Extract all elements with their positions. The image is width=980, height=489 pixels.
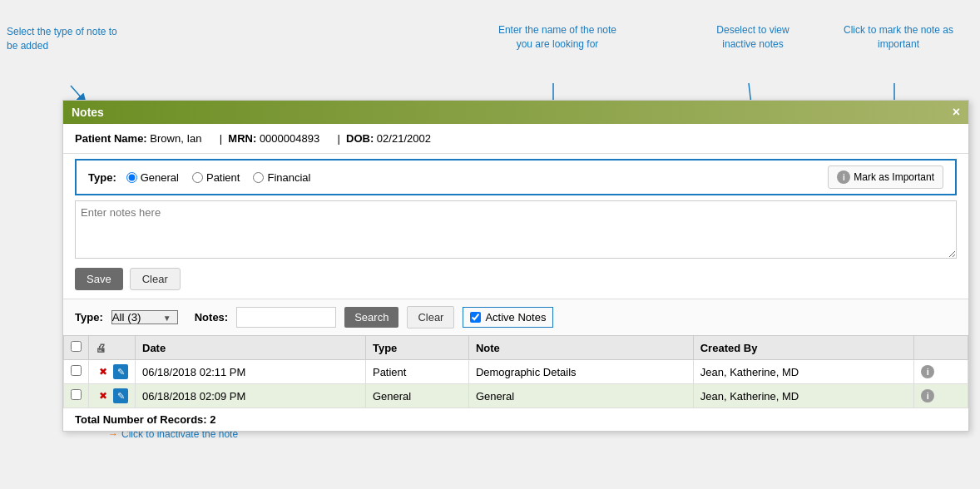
type-radio-group: General Patient Financial xyxy=(126,171,829,184)
row1-created-by: Jean, Katherine, MD xyxy=(693,360,914,384)
dialog-header: Notes × xyxy=(63,101,968,124)
row1-note: Demographic Details xyxy=(468,360,693,384)
mrn-label: MRN: xyxy=(228,132,256,145)
print-icon: 🖨 xyxy=(96,342,106,354)
notes-table-wrap: 🖨 Date Type Note Created By xyxy=(63,335,968,431)
row2-actions-cell: ✖ ✎ xyxy=(89,384,136,408)
row2-action-icons: ✖ ✎ xyxy=(96,388,128,403)
col-print: 🖨 xyxy=(89,336,136,360)
radio-patient[interactable]: Patient xyxy=(192,171,240,184)
row1-type: Patient xyxy=(365,360,468,384)
row2-note: General xyxy=(468,384,693,408)
filter-row: Type: All (3) General Patient Financial … xyxy=(63,299,968,335)
col-date: Date xyxy=(136,336,366,360)
notes-table: 🖨 Date Type Note Created By xyxy=(63,335,968,408)
annotation-mark-important: Click to mark the note as important xyxy=(840,23,957,52)
select-all-checkbox[interactable] xyxy=(71,341,82,352)
close-button[interactable]: × xyxy=(953,106,960,119)
mrn-value: 0000004893 xyxy=(260,132,319,145)
mark-important-button[interactable]: i Mark as Important xyxy=(828,165,943,189)
patient-info: Patient Name: Brown, Ian | MRN: 00000048… xyxy=(63,124,968,154)
dob-label: DOB: xyxy=(346,132,374,145)
type-select-wrap: All (3) General Patient Financial xyxy=(111,310,178,324)
clear-button[interactable]: Clear xyxy=(130,268,181,290)
type-select[interactable]: All (3) General Patient Financial xyxy=(111,310,178,324)
active-notes-label: Active Notes xyxy=(485,311,546,324)
row2-checkbox-cell xyxy=(64,384,89,408)
row2-type: General xyxy=(365,384,468,408)
filter-clear-button[interactable]: Clear xyxy=(407,306,454,328)
table-row: ✖ ✎ 06/18/2018 02:11 PM Patient Demograp… xyxy=(64,360,968,384)
row1-actions-cell: ✖ ✎ xyxy=(89,360,136,384)
notes-filter-input[interactable] xyxy=(236,307,336,328)
svg-line-0 xyxy=(71,86,83,100)
radio-general-label: General xyxy=(141,171,179,184)
type-section: Type: General Patient Financial i Mark a… xyxy=(75,159,957,195)
annotation-enter-name: Enter the name of the note you are looki… xyxy=(491,23,624,52)
notes-filter-label: Notes: xyxy=(195,311,228,324)
info-icon-mark: i xyxy=(837,170,850,184)
mark-important-label: Mark as Important xyxy=(854,171,934,183)
table-row: ✖ ✎ 06/18/2018 02:09 PM General General … xyxy=(64,384,968,408)
row2-date: 06/18/2018 02:09 PM xyxy=(136,384,366,408)
total-records: Total Number of Records: 2 xyxy=(63,408,968,431)
row2-checkbox[interactable] xyxy=(71,389,82,400)
annotation-deselect: Deselect to view inactive notes xyxy=(699,23,807,52)
row1-checkbox[interactable] xyxy=(71,365,82,376)
col-checkbox xyxy=(64,336,89,360)
row1-info-icon[interactable]: i xyxy=(921,365,934,378)
save-clear-row: Save Clear xyxy=(63,268,968,299)
dob-value: 02/21/2002 xyxy=(377,132,431,145)
radio-patient-label: Patient xyxy=(206,171,240,184)
radio-financial-label: Financial xyxy=(267,171,310,184)
notes-textarea-wrap xyxy=(75,200,957,261)
row2-info-cell: i xyxy=(914,384,968,408)
col-actions xyxy=(914,336,968,360)
col-created-by: Created By xyxy=(693,336,914,360)
row2-info-icon[interactable]: i xyxy=(921,389,934,403)
row1-info-cell: i xyxy=(914,360,968,384)
radio-general[interactable]: General xyxy=(126,171,179,184)
radio-patient-input[interactable] xyxy=(192,172,203,183)
col-note: Note xyxy=(468,336,693,360)
row1-action-icons: ✖ ✎ xyxy=(96,364,128,379)
table-header-row: 🖨 Date Type Note Created By xyxy=(64,336,968,360)
row1-deactivate-icon[interactable]: ✖ xyxy=(96,364,111,379)
radio-financial-input[interactable] xyxy=(253,172,264,183)
row1-checkbox-cell xyxy=(64,360,89,384)
row2-edit-icon[interactable]: ✎ xyxy=(113,388,128,403)
radio-general-input[interactable] xyxy=(126,172,137,183)
radio-financial[interactable]: Financial xyxy=(253,171,310,184)
patient-name-label: Patient Name: xyxy=(75,132,147,145)
row1-date: 06/18/2018 02:11 PM xyxy=(136,360,366,384)
row2-deactivate-icon[interactable]: ✖ xyxy=(96,388,111,403)
row1-edit-icon[interactable]: ✎ xyxy=(113,364,128,379)
notes-dialog: Notes × Patient Name: Brown, Ian | MRN: … xyxy=(62,100,969,432)
search-button[interactable]: Search xyxy=(344,307,398,328)
filter-type-label: Type: xyxy=(75,311,103,324)
patient-name-value: Brown, Ian xyxy=(150,132,201,145)
type-label: Type: xyxy=(88,171,116,184)
dialog-title: Notes xyxy=(72,106,104,119)
row2-created-by: Jean, Katherine, MD xyxy=(693,384,914,408)
save-button[interactable]: Save xyxy=(75,268,123,290)
active-notes-checkbox[interactable] xyxy=(470,312,481,323)
notes-textarea[interactable] xyxy=(75,200,957,259)
active-notes-checkbox-label[interactable]: Active Notes xyxy=(463,307,553,328)
annotation-select-type: Select the type of note to be added xyxy=(7,25,123,53)
col-type: Type xyxy=(365,336,468,360)
